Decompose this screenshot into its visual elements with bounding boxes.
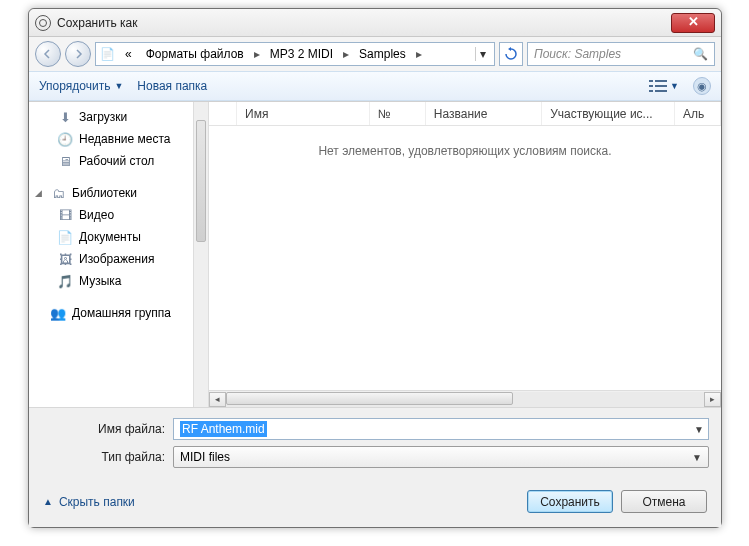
breadcrumb[interactable]: 📄 « Форматы файлов ▸ MP3 2 MIDI ▸ Sample… — [95, 42, 495, 66]
organize-menu[interactable]: Упорядочить▼ — [39, 79, 123, 93]
sidebar-item-video[interactable]: 🎞Видео — [29, 204, 193, 226]
svg-rect-0 — [649, 80, 653, 82]
recent-icon: 🕘 — [57, 131, 73, 147]
content-area: ⬇Загрузки 🕘Недавние места 🖥Рабочий стол … — [29, 101, 721, 407]
form-area: Имя файла: RF Anthem.mid ▼ Тип файла: MI… — [29, 407, 721, 480]
new-folder-button[interactable]: Новая папка — [137, 79, 207, 93]
cancel-button[interactable]: Отмена — [621, 490, 707, 513]
back-button[interactable] — [35, 41, 61, 67]
chevron-right-icon: ▸ — [341, 47, 351, 61]
search-placeholder: Поиск: Samples — [534, 47, 621, 61]
scroll-left-button[interactable]: ◂ — [209, 392, 226, 407]
folder-icon: 📄 — [100, 47, 115, 61]
forward-button[interactable] — [65, 41, 91, 67]
music-icon: 🎵 — [57, 273, 73, 289]
column-title[interactable]: Название — [426, 102, 542, 125]
svg-rect-1 — [655, 80, 667, 82]
svg-rect-3 — [655, 85, 667, 87]
search-input[interactable]: Поиск: Samples 🔍 — [527, 42, 715, 66]
sidebar-scrollbar[interactable] — [193, 102, 209, 407]
chevron-down-icon: ▼ — [670, 81, 679, 91]
hide-folders-link[interactable]: ▲ Скрыть папки — [43, 495, 135, 509]
empty-message: Нет элементов, удовлетворяющих условиям … — [209, 126, 721, 390]
svg-rect-5 — [655, 90, 667, 92]
column-album[interactable]: Аль — [675, 102, 721, 125]
file-list-pane: Имя № Название Участвующие ис... Аль Нет… — [209, 102, 721, 407]
sidebar-homegroup[interactable]: 👥Домашняя группа — [29, 302, 193, 324]
desktop-icon: 🖥 — [57, 153, 73, 169]
filename-label: Имя файла: — [41, 422, 173, 436]
breadcrumb-segment[interactable]: Форматы файлов — [140, 45, 250, 63]
sidebar-libraries[interactable]: ◢🗂Библиотеки — [29, 182, 193, 204]
sidebar-item-desktop[interactable]: 🖥Рабочий стол — [29, 150, 193, 172]
chevron-right-icon: ▸ — [252, 47, 262, 61]
libraries-icon: 🗂 — [50, 185, 66, 201]
app-icon — [35, 15, 51, 31]
filename-dropdown[interactable]: ▼ — [694, 424, 704, 435]
video-icon: 🎞 — [57, 207, 73, 223]
breadcrumb-segment[interactable]: Samples — [353, 45, 412, 63]
documents-icon: 📄 — [57, 229, 73, 245]
chevron-right-icon: ▸ — [414, 47, 424, 61]
search-icon: 🔍 — [693, 47, 708, 61]
sidebar-item-pictures[interactable]: 🖼Изображения — [29, 248, 193, 270]
filetype-label: Тип файла: — [41, 450, 173, 464]
expand-icon: ◢ — [35, 188, 44, 198]
filetype-combo[interactable]: MIDI files ▼ — [173, 446, 709, 468]
horizontal-scrollbar[interactable]: ◂ ▸ — [209, 390, 721, 407]
breadcrumb-segment[interactable]: MP3 2 MIDI — [264, 45, 339, 63]
homegroup-icon: 👥 — [50, 305, 66, 321]
svg-rect-2 — [649, 85, 653, 87]
save-as-dialog: Сохранить как ✕ 📄 « Форматы файлов ▸ MP3… — [28, 8, 722, 528]
bottom-bar: ▲ Скрыть папки Сохранить Отмена — [29, 480, 721, 527]
svg-rect-4 — [649, 90, 653, 92]
navigation-bar: 📄 « Форматы файлов ▸ MP3 2 MIDI ▸ Sample… — [29, 37, 721, 71]
breadcrumb-prefix: « — [119, 45, 138, 63]
sidebar-item-documents[interactable]: 📄Документы — [29, 226, 193, 248]
downloads-icon: ⬇ — [57, 109, 73, 125]
chevron-down-icon: ▼ — [692, 452, 702, 463]
toolbar: Упорядочить▼ Новая папка ▼ ◉ — [29, 71, 721, 101]
column-checkbox[interactable] — [209, 102, 237, 125]
sidebar: ⬇Загрузки 🕘Недавние места 🖥Рабочий стол … — [29, 102, 193, 407]
filetype-value: MIDI files — [180, 450, 230, 464]
titlebar: Сохранить как ✕ — [29, 9, 721, 37]
scroll-track[interactable] — [226, 392, 704, 407]
view-icon — [649, 79, 667, 93]
column-headers: Имя № Название Участвующие ис... Аль — [209, 102, 721, 126]
save-button[interactable]: Сохранить — [527, 490, 613, 513]
column-name[interactable]: Имя — [237, 102, 370, 125]
scroll-right-button[interactable]: ▸ — [704, 392, 721, 407]
breadcrumb-dropdown[interactable]: ▾ — [475, 47, 490, 61]
chevron-up-icon: ▲ — [43, 496, 53, 507]
column-number[interactable]: № — [370, 102, 426, 125]
window-title: Сохранить как — [57, 16, 137, 30]
pictures-icon: 🖼 — [57, 251, 73, 267]
view-options-button[interactable]: ▼ — [649, 79, 679, 93]
sidebar-item-music[interactable]: 🎵Музыка — [29, 270, 193, 292]
help-button[interactable]: ◉ — [693, 77, 711, 95]
close-button[interactable]: ✕ — [671, 13, 715, 33]
sidebar-item-downloads[interactable]: ⬇Загрузки — [29, 106, 193, 128]
filename-value: RF Anthem.mid — [180, 421, 267, 437]
refresh-button[interactable] — [499, 42, 523, 66]
chevron-down-icon: ▼ — [114, 81, 123, 91]
scroll-thumb[interactable] — [226, 392, 513, 405]
filename-input[interactable]: RF Anthem.mid ▼ — [173, 418, 709, 440]
column-artists[interactable]: Участвующие ис... — [542, 102, 675, 125]
sidebar-item-recent[interactable]: 🕘Недавние места — [29, 128, 193, 150]
